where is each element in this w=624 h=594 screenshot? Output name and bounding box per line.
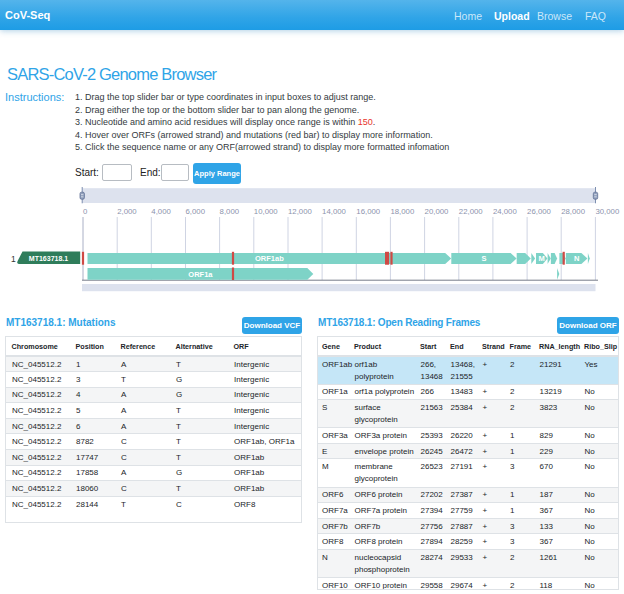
svg-text:24,000: 24,000 [493, 207, 518, 216]
svg-text:0: 0 [83, 207, 88, 216]
svg-text:ORF1ab: ORF1ab [255, 254, 284, 263]
svg-text:6,000: 6,000 [186, 207, 206, 216]
svg-text:N: N [574, 254, 579, 263]
svg-text:28,000: 28,000 [561, 207, 586, 216]
svg-text:MT163718.1: MT163718.1 [29, 255, 68, 262]
svg-text:10,000: 10,000 [254, 207, 279, 216]
svg-text:20,000: 20,000 [425, 207, 450, 216]
svg-text:S: S [481, 254, 486, 263]
svg-text:22,000: 22,000 [459, 207, 484, 216]
svg-text:14,000: 14,000 [322, 207, 347, 216]
svg-text:M: M [539, 254, 545, 263]
svg-text:1: 1 [11, 254, 16, 264]
svg-text:30,000: 30,000 [595, 207, 620, 216]
svg-text:ORF1a: ORF1a [188, 270, 213, 279]
svg-text:12,000: 12,000 [288, 207, 313, 216]
svg-text:18,000: 18,000 [390, 207, 415, 216]
svg-text:8,000: 8,000 [220, 207, 240, 216]
svg-text:4,000: 4,000 [151, 207, 171, 216]
svg-text:16,000: 16,000 [356, 207, 381, 216]
svg-text:26,000: 26,000 [527, 207, 552, 216]
svg-text:2,000: 2,000 [117, 207, 137, 216]
